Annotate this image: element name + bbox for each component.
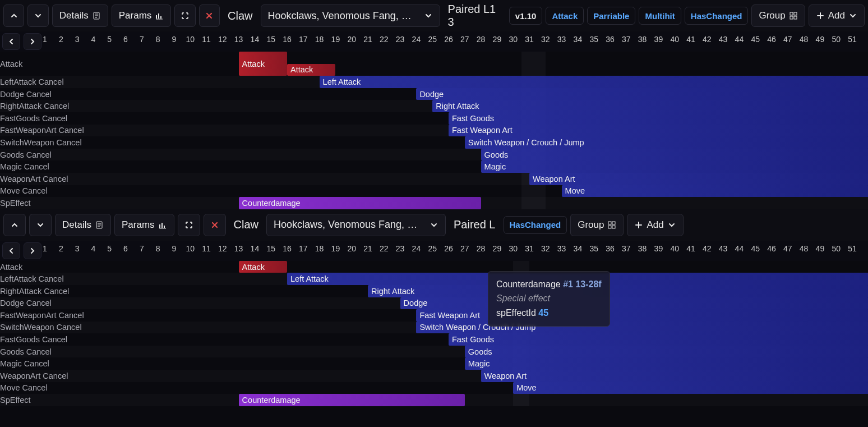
tag[interactable]: Multihit [639,7,681,25]
ruler-tick: 36 [606,35,615,44]
ruler-tick: 40 [670,244,679,253]
add-button[interactable]: Add [627,214,683,236]
timeline-bar[interactable]: Switch Weapon / Crouch / Jump [465,136,868,149]
ruler-tick: 26 [444,35,453,44]
ruler-tick: 15 [266,244,275,253]
tag[interactable]: HasChanged [504,216,567,234]
close-button[interactable] [204,214,226,236]
ruler-tick: 25 [428,244,437,253]
doc-icon [95,221,104,229]
timeline-bar[interactable]: Counterdamage [239,394,465,406]
weapon-dropdown[interactable]: Hookclaws, Venomous Fang, Blo... [261,4,440,27]
ruler-tick: 8 [156,244,160,253]
timeline-bar[interactable]: Fast Weapon Art [449,125,868,137]
row-label: Goods Cancel [0,149,55,161]
ruler-tick: 19 [331,35,340,44]
scroll-right-button[interactable] [24,33,41,50]
move-down-button[interactable] [29,214,52,236]
move-down-button[interactable] [27,4,48,27]
timeline-bar[interactable]: Fast Goods [449,112,868,125]
timeline-bar[interactable]: Weapon Art [529,173,868,185]
tag[interactable]: Attack [546,7,584,25]
timeline-bar[interactable]: Right Attack [368,285,868,297]
timeline-bar[interactable]: Goods [465,346,868,358]
row-label: RightAttack Cancel [0,285,72,297]
timeline-row: WeaponArt CancelWeapon Art [0,173,868,185]
timeline-rows: AttackAttackLeftAttack CancelLeft Attack… [0,261,868,406]
timeline-bar[interactable]: Attack [239,261,287,273]
ruler-tick: 28 [477,35,486,44]
scroll-left-button[interactable] [2,242,20,259]
svg-rect-6 [608,222,611,224]
timeline-bar[interactable]: Attack [287,64,335,76]
ruler-tick: 7 [140,35,144,44]
timeline-row: Move CancelMove [0,382,868,394]
timeline-row: FastGoods CancelFast Goods [0,112,868,125]
weapon-dropdown[interactable]: Hookclaws, Venomous Fang, Blo... [266,214,446,236]
ruler-tick: 42 [703,244,712,253]
frame-ruler[interactable]: 1234567891011121314151617181920212223242… [45,31,868,52]
tag[interactable]: v1.10 [509,7,543,25]
ruler-tick: 12 [218,244,227,253]
timeline-bar[interactable]: Magic [465,357,868,370]
collapse-button[interactable] [174,4,195,27]
ruler-tick: 21 [363,35,372,44]
ruler-tick: 39 [654,35,663,44]
ruler-tick: 46 [767,244,776,253]
group-button[interactable]: Group [751,4,805,27]
timeline-bar[interactable]: Left Attack [320,76,868,88]
tag[interactable]: HasChanged [685,7,749,25]
timeline-bar[interactable]: Goods [481,149,868,161]
timeline-bar[interactable]: Move [562,185,868,198]
ruler-tick: 3 [75,35,80,44]
details-button[interactable]: Details [55,214,111,236]
chart-icon [155,11,164,20]
move-up-button[interactable] [3,214,26,236]
ruler-tick: 9 [172,35,176,44]
timeline-bar[interactable]: Attack [239,52,287,76]
ruler-tick: 23 [396,244,405,253]
params-button[interactable]: Params [114,214,174,236]
ruler-tick: 34 [574,35,583,44]
chart-icon [158,221,167,229]
timeline-bar[interactable]: Fast Weapon Art [416,309,868,322]
svg-rect-8 [608,226,611,228]
tag[interactable]: Parriable [587,7,635,25]
collapse-button[interactable] [178,214,200,236]
ruler-tick: 34 [574,244,583,253]
ruler-tick: 22 [380,244,389,253]
add-button[interactable]: Add [809,4,865,27]
timeline-bar[interactable]: Magic [481,160,868,173]
timeline-bar[interactable]: Weapon Art [481,370,868,382]
timeline-bar[interactable]: Switch Weapon / Crouch / Jump [416,322,868,334]
timeline-bar[interactable]: Right Attack [432,100,868,112]
timeline-bar[interactable]: Fast Goods [449,333,868,346]
ruler-tick: 27 [460,244,469,253]
ruler-tick: 6 [123,35,128,44]
params-button[interactable]: Params [112,4,172,27]
timeline-bar[interactable]: Move [513,382,868,394]
toolbar: Details Params Claw Hookclaws, Venomous … [0,0,868,31]
group-label: Group [578,219,604,231]
weapon-dropdown-text: Hookclaws, Venomous Fang, Blo... [274,219,424,231]
ruler-tick: 26 [444,244,453,253]
ruler-tick: 8 [156,35,160,44]
move-up-button[interactable] [3,4,24,27]
scroll-right-button[interactable] [24,242,41,259]
ruler-tick: 36 [606,244,615,253]
row-label: Dodge Cancel [0,88,55,100]
ruler-tick: 13 [234,244,243,253]
scroll-left-button[interactable] [2,33,20,50]
timeline-bar[interactable]: Dodge [400,297,868,310]
close-button[interactable] [199,4,220,27]
timeline-bar[interactable]: Counterdamage [239,197,481,209]
ruler-tick: 17 [299,244,308,253]
tooltip-title: Counterdamage [496,279,561,289]
details-button[interactable]: Details [52,4,108,27]
frame-ruler[interactable]: 1234567891011121314151617181920212223242… [45,241,868,261]
params-label: Params [119,10,152,21]
timeline-bar[interactable]: Dodge [416,88,868,100]
ruler-tick: 33 [557,244,566,253]
timeline-rows: AttackAttackAttackLeftAttack CancelLeft … [0,52,868,209]
group-button[interactable]: Group [570,214,624,236]
